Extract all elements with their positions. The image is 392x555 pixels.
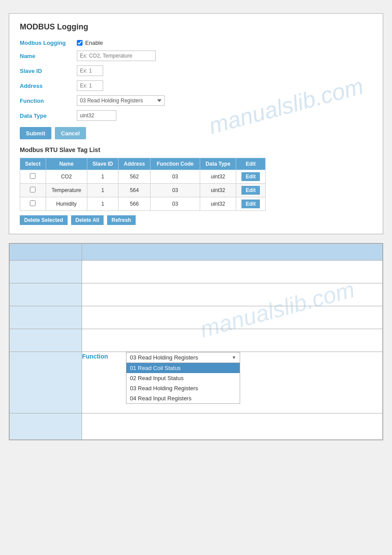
row-address-1: 564 <box>119 184 151 197</box>
row-address-2: 566 <box>119 197 151 211</box>
name-label: Name <box>20 53 77 59</box>
table-row: Humidity 1 566 03 uint32 Edit <box>20 197 266 211</box>
name-input[interactable] <box>77 51 156 61</box>
row-checkbox-0[interactable] <box>30 173 36 179</box>
row-function-code-1: 03 <box>150 184 200 197</box>
row-slave-id-1: 1 <box>87 184 118 197</box>
enable-label: Enable <box>85 40 103 46</box>
col-edit: Edit <box>236 158 266 170</box>
slave-id-input[interactable] <box>77 65 103 76</box>
edit-button-0[interactable]: Edit <box>241 172 260 181</box>
row-checkbox-1[interactable] <box>30 187 36 192</box>
address-label: Address <box>20 83 77 89</box>
function-label: Function <box>20 98 77 104</box>
dropdown-item-3[interactable]: 04 Read Input Registers <box>126 393 240 403</box>
row-name-0: CO2 <box>46 170 87 184</box>
row-address-0: 562 <box>119 170 151 184</box>
row-function-code-0: 03 <box>150 170 200 184</box>
row-slave-id-0: 1 <box>87 170 118 184</box>
function-select-header-text: 03 Read Holding Registers <box>130 354 198 361</box>
modbus-logging-label: Modbus Logging <box>20 40 77 46</box>
edit-button-2[interactable]: Edit <box>241 200 260 208</box>
delete-all-button[interactable]: Delete All <box>71 215 104 225</box>
dropdown-arrow-icon: ▼ <box>232 355 236 360</box>
data-type-select[interactable]: uint32 <box>77 110 116 121</box>
table-row: CO2 1 562 03 uint32 Edit <box>20 170 266 184</box>
panel-title: MODBUS Logging <box>20 22 372 32</box>
col-data-type: Data Type <box>200 158 236 170</box>
col-select: Select <box>20 158 46 170</box>
col-function-code: Function Code <box>150 158 200 170</box>
col-address: Address <box>119 158 151 170</box>
row-name-1: Temperature <box>46 184 87 197</box>
col-name: Name <box>46 158 87 170</box>
bottom-info-table: Function 03 Read Holding Registers ▼ 01 … <box>9 243 383 440</box>
address-input[interactable] <box>77 80 103 91</box>
row-data-type-2: uint32 <box>200 197 236 211</box>
refresh-button[interactable]: Refresh <box>107 215 136 225</box>
row-data-type-0: uint32 <box>200 170 236 184</box>
function-select[interactable]: 03 Read Holding Registers <box>77 95 165 106</box>
edit-button-1[interactable]: Edit <box>241 186 260 195</box>
bottom-panel: Function 03 Read Holding Registers ▼ 01 … <box>9 243 383 440</box>
table-section-title: Modbus RTU Slave Tag List <box>20 146 372 153</box>
dropdown-item-2[interactable]: 03 Read Holding Registers <box>126 383 240 393</box>
function-dropdown-list: 01 Read Coil Status02 Read Input Status0… <box>126 363 240 403</box>
dropdown-item-1[interactable]: 02 Read Input Status <box>126 373 240 383</box>
col-slave-id: Slave ID <box>87 158 118 170</box>
row-slave-id-2: 1 <box>87 197 118 211</box>
row-name-2: Humidity <box>46 197 87 211</box>
dropdown-item-0[interactable]: 01 Read Coil Status <box>126 363 240 373</box>
cancel-button[interactable]: Cancel <box>55 127 86 139</box>
function-select-header[interactable]: 03 Read Holding Registers ▼ <box>126 352 240 363</box>
slave-id-label: Slave ID <box>20 68 77 74</box>
enable-checkbox[interactable] <box>77 40 83 46</box>
row-checkbox-2[interactable] <box>30 200 36 206</box>
slave-tag-table: Select Name Slave ID Address Function Co… <box>20 158 266 211</box>
row-function-code-2: 03 <box>150 197 200 211</box>
function-dropdown[interactable]: 03 Read Holding Registers ▼ 01 Read Coil… <box>126 352 240 404</box>
table-row: Temperature 1 564 03 uint32 Edit <box>20 184 266 197</box>
delete-selected-button[interactable]: Delete Selected <box>20 215 68 225</box>
row-data-type-1: uint32 <box>200 184 236 197</box>
function-row-label: Function <box>82 352 117 360</box>
data-type-label: Data Type <box>20 112 77 119</box>
submit-button[interactable]: Submit <box>20 127 51 139</box>
